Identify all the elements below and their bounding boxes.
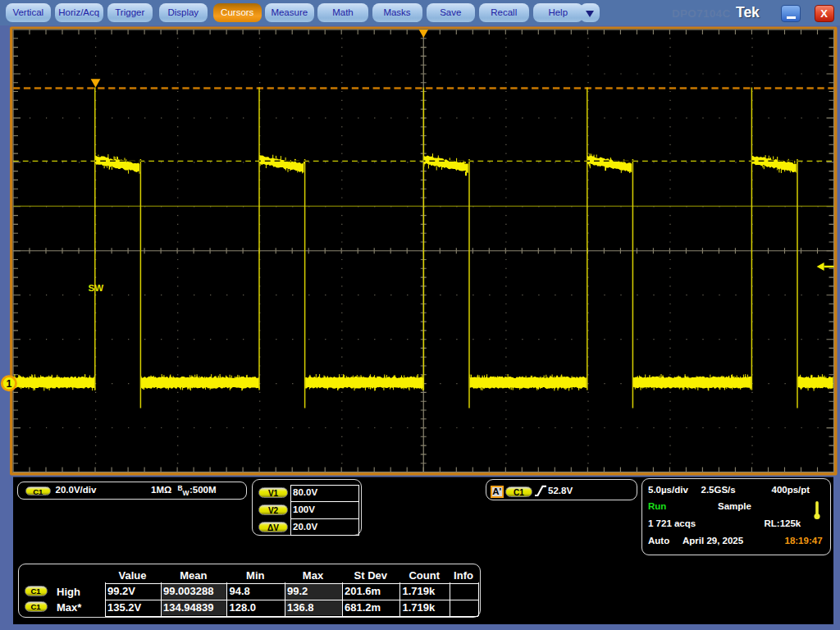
svg-text:1: 1: [6, 378, 11, 390]
svg-text:SW: SW: [89, 283, 104, 293]
